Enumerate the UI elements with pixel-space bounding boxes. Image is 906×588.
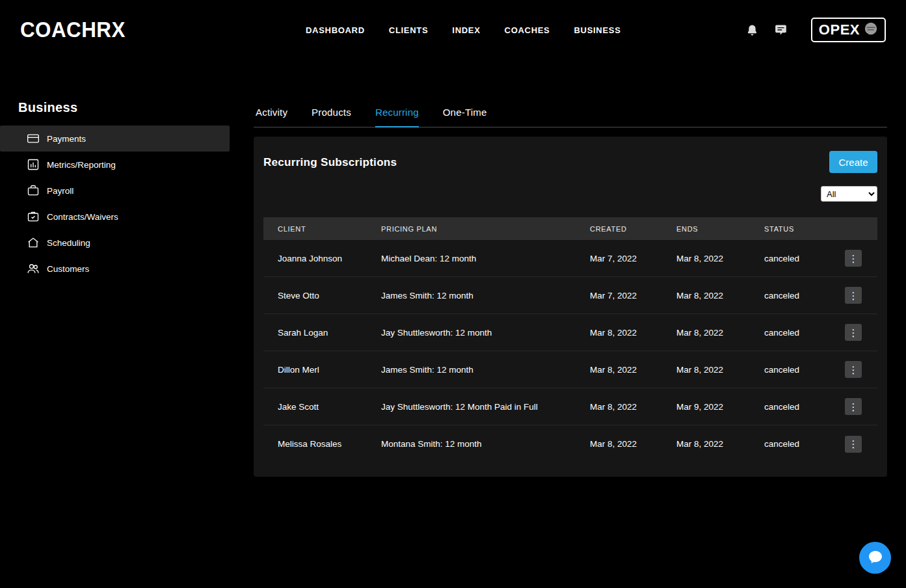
messages-chat-icon[interactable]	[774, 23, 788, 36]
sidebar-item-label: Scheduling	[47, 238, 90, 248]
row-actions-menu-button[interactable]: ⋮	[845, 398, 862, 415]
cell-status: canceled	[750, 328, 841, 338]
table-row: Jake Scott Jay Shuttlesworth: 12 Month P…	[263, 388, 877, 425]
cell-created: Mar 7, 2022	[576, 291, 662, 301]
cell-plan: Jay Shuttlesworth: 12 Month Paid in Full	[367, 402, 576, 412]
opex-fist-icon	[864, 21, 878, 38]
table-row: Steve Otto James Smith: 12 month Mar 7, …	[263, 277, 877, 314]
row-actions-menu-button[interactable]: ⋮	[845, 436, 862, 453]
panel-title: Recurring Subscriptions	[263, 156, 397, 169]
row-actions-menu-button[interactable]: ⋮	[845, 250, 862, 267]
sidebar-item-customers[interactable]: Customers	[0, 256, 230, 282]
cell-plan: James Smith: 12 month	[367, 365, 576, 375]
sidebar-item-contracts-waivers[interactable]: Contracts/Waivers	[0, 204, 230, 230]
column-header-ends: ENDS	[662, 225, 750, 233]
nav-dashboard[interactable]: DASHBOARD	[306, 25, 365, 35]
cell-status: canceled	[750, 439, 841, 449]
table-row: Joanna Johnson Michael Dean: 12 month Ma…	[263, 240, 877, 277]
bar-chart-icon	[26, 157, 40, 172]
nav-coaches[interactable]: COACHES	[505, 25, 550, 35]
row-actions-menu-button[interactable]: ⋮	[845, 361, 862, 378]
cell-plan: Jay Shuttlesworth: 12 month	[367, 328, 576, 338]
sidebar-item-scheduling[interactable]: Scheduling	[0, 230, 230, 256]
opex-logo-text: OPEX	[819, 21, 860, 38]
business-sidebar: Business Payments Metrics/Reporting Payr…	[0, 60, 237, 282]
people-icon	[26, 261, 40, 276]
cell-plan: Michael Dean: 12 month	[367, 254, 576, 263]
cell-status: canceled	[750, 402, 841, 412]
cell-ends: Mar 8, 2022	[662, 439, 750, 449]
opex-logo[interactable]: OPEX	[811, 18, 886, 42]
cell-client: Steve Otto	[263, 291, 367, 301]
tab-activity[interactable]: Activity	[256, 107, 287, 127]
home-icon	[26, 235, 40, 250]
row-actions-menu-button[interactable]: ⋮	[845, 324, 862, 341]
cell-client: Joanna Johnson	[263, 254, 367, 263]
primary-nav: DASHBOARD CLIENTS INDEX COACHES BUSINESS	[306, 0, 621, 60]
cell-created: Mar 7, 2022	[576, 254, 662, 263]
page-title: Business	[18, 100, 237, 115]
coachrx-logo[interactable]: COACHRX	[20, 18, 126, 42]
table-row: Melissa Rosales Montana Smith: 12 month …	[263, 425, 877, 462]
cell-plan: Montana Smith: 12 month	[367, 439, 576, 449]
chat-bubble-icon	[868, 549, 883, 567]
tab-recurring[interactable]: Recurring	[375, 107, 419, 127]
top-navigation-bar: COACHRX DASHBOARD CLIENTS INDEX COACHES …	[0, 0, 906, 60]
column-header-created: CREATED	[576, 225, 662, 233]
cell-plan: James Smith: 12 month	[367, 291, 576, 301]
kebab-icon: ⋮	[849, 328, 859, 338]
cell-client: Dillon Merl	[263, 365, 367, 375]
sidebar-item-metrics-reporting[interactable]: Metrics/Reporting	[0, 152, 230, 178]
table-row: Sarah Logan Jay Shuttlesworth: 12 month …	[263, 314, 877, 351]
row-actions-menu-button[interactable]: ⋮	[845, 287, 862, 304]
nav-index[interactable]: INDEX	[452, 25, 480, 35]
tab-one-time[interactable]: One-Time	[443, 107, 487, 127]
kebab-icon: ⋮	[849, 254, 859, 263]
kebab-icon: ⋮	[849, 291, 859, 301]
sidebar-item-label: Metrics/Reporting	[47, 160, 116, 170]
cell-status: canceled	[750, 365, 841, 375]
cell-created: Mar 8, 2022	[576, 365, 662, 375]
cell-ends: Mar 8, 2022	[662, 365, 750, 375]
briefcase-icon	[26, 183, 40, 198]
tab-products[interactable]: Products	[312, 107, 351, 127]
table-row: Dillon Merl James Smith: 12 month Mar 8,…	[263, 351, 877, 388]
recurring-subscriptions-panel: Recurring Subscriptions Create All CLIEN…	[254, 137, 887, 477]
kebab-icon: ⋮	[849, 402, 859, 412]
kebab-icon: ⋮	[849, 439, 859, 449]
cell-client: Sarah Logan	[263, 328, 367, 338]
filter-row: All	[263, 186, 877, 202]
panel-header: Recurring Subscriptions Create	[263, 151, 877, 173]
cell-client: Melissa Rosales	[263, 439, 367, 449]
cell-ends: Mar 8, 2022	[662, 254, 750, 263]
cell-ends: Mar 8, 2022	[662, 291, 750, 301]
sidebar-item-payments[interactable]: Payments	[0, 126, 230, 152]
status-filter-select[interactable]: All	[821, 186, 877, 202]
kebab-icon: ⋮	[849, 365, 859, 375]
notifications-bell-icon[interactable]	[746, 23, 758, 37]
topbar-actions: OPEX	[746, 18, 886, 42]
main-content: Activity Products Recurring One-Time Rec…	[254, 60, 887, 477]
create-button[interactable]: Create	[829, 151, 877, 173]
contract-check-icon	[26, 209, 40, 224]
cell-created: Mar 8, 2022	[576, 328, 662, 338]
column-header-status: STATUS	[750, 225, 841, 233]
cell-ends: Mar 9, 2022	[662, 402, 750, 412]
tab-bar: Activity Products Recurring One-Time	[254, 107, 887, 127]
cell-status: canceled	[750, 254, 841, 263]
cell-created: Mar 8, 2022	[576, 402, 662, 412]
sidebar-item-payroll[interactable]: Payroll	[0, 178, 230, 204]
intercom-chat-launcher[interactable]	[859, 542, 891, 574]
credit-card-icon	[26, 131, 40, 146]
subscriptions-table: CLIENT PRICING PLAN CREATED ENDS STATUS …	[263, 217, 877, 462]
column-header-plan: PRICING PLAN	[367, 225, 576, 233]
cell-created: Mar 8, 2022	[576, 439, 662, 449]
cell-ends: Mar 8, 2022	[662, 328, 750, 338]
sidebar-item-label: Customers	[47, 264, 89, 274]
nav-clients[interactable]: CLIENTS	[389, 25, 429, 35]
column-header-client: CLIENT	[263, 225, 367, 233]
cell-status: canceled	[750, 291, 841, 301]
sidebar-item-label: Payments	[47, 134, 86, 144]
cell-client: Jake Scott	[263, 402, 367, 412]
nav-business[interactable]: BUSINESS	[574, 25, 620, 35]
